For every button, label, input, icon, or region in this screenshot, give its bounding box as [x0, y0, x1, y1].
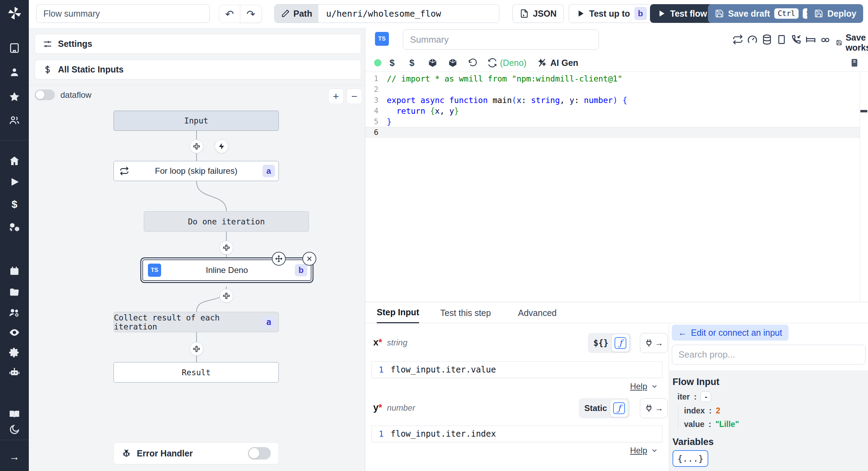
arg-x-mode-toggle[interactable]: ${} ƒ — [588, 333, 631, 353]
arg-y-expr-editor[interactable]: 1 flow_input.iter.index — [372, 426, 662, 442]
close-x-icon — [306, 255, 313, 263]
robot-icon[interactable] — [9, 367, 20, 378]
retry-icon[interactable] — [731, 33, 745, 46]
code-editor[interactable]: 1// import * as wmill from "npm:windmill… — [365, 72, 868, 302]
flow-node-input[interactable]: Input — [114, 111, 279, 131]
flow-summary-input[interactable] — [36, 4, 210, 23]
code-line[interactable]: 1// import * as wmill from "npm:windmill… — [365, 73, 868, 84]
zap-icon — [218, 143, 225, 150]
ai-gen-button[interactable]: AI Gen — [537, 56, 578, 69]
user-icon[interactable] — [9, 67, 20, 78]
folders-icon[interactable] — [9, 286, 20, 298]
zoom-out-button[interactable]: − — [347, 88, 362, 104]
variables-dollar-icon[interactable]: $ — [9, 198, 20, 210]
prop-row-index[interactable]: index : 2 — [684, 406, 868, 416]
error-handler-row[interactable]: Error Handler — [114, 442, 279, 464]
iteration-node-label: Do one iteration — [188, 217, 265, 226]
edit-or-connect-button[interactable]: ← Edit or connect an input — [672, 325, 788, 341]
cube-icon[interactable] — [448, 56, 458, 69]
early-stop-square-icon[interactable] — [775, 33, 788, 46]
cube-icon[interactable] — [428, 56, 437, 69]
insert-step-button[interactable] — [219, 241, 233, 255]
json-button[interactable]: JSON — [512, 4, 564, 23]
dark-mode-moon-icon[interactable] — [9, 424, 20, 435]
test-flow-button[interactable]: Test flow — [650, 4, 714, 23]
windmill-logo-icon[interactable] — [7, 6, 22, 21]
arg-y-connect-button[interactable]: → — [640, 398, 668, 418]
variable-picker-icon[interactable]: $ — [390, 56, 394, 69]
runs-play-icon[interactable] — [9, 176, 20, 188]
error-handler-toggle[interactable] — [248, 447, 271, 460]
collapse-button[interactable]: - — [701, 392, 711, 402]
arg-x-expr-editor[interactable]: 1 flow_input.iter.value — [372, 361, 662, 378]
undo-button[interactable]: ↶ — [219, 5, 240, 23]
arg-x-connect-button[interactable]: → — [640, 333, 668, 353]
save-draft-button[interactable]: Save draft Ctrl S — [708, 4, 821, 23]
expr-line-number: 1 — [372, 365, 391, 374]
editor-overview-ruler[interactable] — [860, 72, 868, 302]
delete-step-button[interactable] — [302, 252, 316, 266]
sleep-bed-icon[interactable] — [804, 33, 818, 46]
resource-picker-icon[interactable]: $ — [409, 56, 414, 69]
schedules-calendar-icon[interactable] — [9, 265, 20, 277]
plus-icon — [223, 292, 230, 300]
resources-boxes-icon[interactable] — [9, 221, 20, 233]
step-summary-input[interactable] — [403, 29, 599, 50]
variables-object-button[interactable]: {...} — [673, 450, 708, 467]
users-icon[interactable] — [9, 114, 20, 126]
dataflow-toggle[interactable] — [35, 89, 55, 100]
star-icon[interactable] — [9, 91, 20, 102]
flow-node-forloop[interactable]: For loop (skip failures) a — [114, 161, 279, 181]
flow-node-iteration[interactable]: Do one iteration — [144, 211, 309, 232]
audit-eye-icon[interactable] — [9, 327, 20, 338]
docs-book-icon[interactable] — [9, 409, 20, 420]
script-docs-book-icon[interactable] — [850, 56, 859, 69]
insert-step-button[interactable] — [219, 289, 233, 303]
prop-row-iter[interactable]: iter : - — [677, 392, 868, 402]
prop-row-value[interactable]: value : "Lille" — [684, 420, 868, 429]
code-line[interactable]: 5} — [365, 116, 868, 127]
move-step-button[interactable] — [272, 252, 286, 266]
code-line[interactable]: 3export async function main(x: string, y… — [365, 95, 868, 105]
arg-y-help-link[interactable]: Help — [630, 446, 658, 455]
javascript-editor-button[interactable]: ƒ — [612, 334, 629, 352]
test-up-to-button[interactable]: Test up to b — [569, 4, 654, 23]
tab-step-input[interactable]: Step Input — [377, 302, 419, 324]
workspace-icon[interactable] — [9, 42, 20, 54]
expand-arrow-right-icon[interactable]: → — [9, 451, 20, 462]
add-trigger-button[interactable] — [215, 139, 228, 153]
test-flow-label: Test flow — [670, 9, 707, 19]
insert-step-button[interactable] — [190, 342, 203, 356]
path-label-section: Path — [275, 5, 318, 23]
runtime-selector[interactable]: (Deno) — [487, 56, 526, 69]
insert-step-button[interactable] — [190, 139, 203, 153]
flow-node-collect[interactable]: Collect result of each iteration a — [114, 312, 279, 332]
groups-gear-icon[interactable] — [9, 307, 20, 318]
path-value[interactable]: u/henri/wholesome_flow — [318, 5, 499, 23]
zoom-in-button[interactable]: + — [328, 88, 344, 104]
tab-test-this-step[interactable]: Test this step — [440, 302, 491, 324]
home-icon[interactable] — [9, 155, 20, 166]
redo-button[interactable]: ↷ — [240, 5, 262, 23]
code-line[interactable]: 2 — [365, 84, 868, 95]
settings-gear-icon[interactable] — [9, 347, 20, 358]
cache-database-icon[interactable] — [760, 33, 774, 46]
reset-rotate-icon[interactable] — [468, 56, 478, 69]
flow-settings-button[interactable]: Settings — [35, 34, 361, 54]
prop-search-input[interactable] — [672, 345, 866, 365]
deploy-button[interactable]: Deploy — [807, 4, 863, 23]
tab-advanced[interactable]: Advanced — [518, 302, 557, 324]
code-line[interactable]: 4 return {x, y} — [365, 105, 868, 116]
flow-node-inline-deno[interactable]: TS Inline Deno b — [142, 259, 311, 281]
save-to-workspace-button[interactable]: Save to workspace — [836, 33, 868, 53]
code-line[interactable]: 6 — [365, 127, 868, 138]
javascript-editor-button[interactable]: ƒ — [610, 400, 628, 417]
suspend-phone-icon[interactable] — [789, 33, 803, 46]
arg-x-help-link[interactable]: Help — [630, 382, 658, 391]
flow-node-result[interactable]: Result — [114, 362, 279, 383]
gauge-icon[interactable] — [745, 33, 759, 46]
mock-tape-icon[interactable] — [818, 33, 832, 46]
path-chip[interactable]: Path u/henri/wholesome_flow — [274, 4, 499, 23]
all-static-inputs-button[interactable]: All Static Inputs — [35, 60, 361, 79]
arg-y-mode-toggle[interactable]: Static ƒ — [579, 398, 630, 418]
